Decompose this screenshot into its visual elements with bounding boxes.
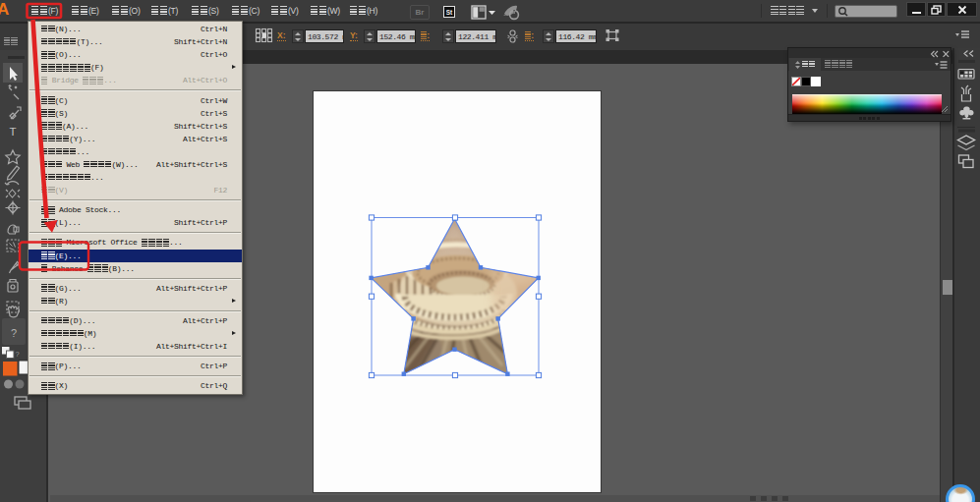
svg-text:T: T [9,126,16,138]
svg-text:?: ? [11,327,17,339]
svg-text:?: ? [15,350,19,359]
